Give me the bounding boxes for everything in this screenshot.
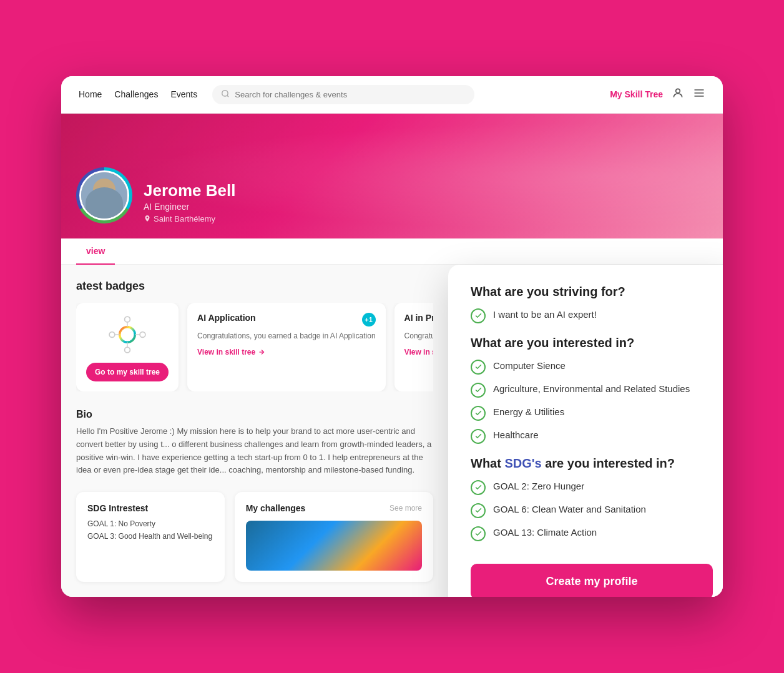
tab-view[interactable]: view bbox=[76, 238, 115, 265]
badges-row: Go to my skill tree AI Application +1 Co… bbox=[76, 303, 433, 391]
badge-header-2: AI in Practice +1 bbox=[404, 313, 433, 327]
check-icon-sdg-1 bbox=[471, 503, 486, 518]
menu-icon[interactable] bbox=[693, 87, 705, 102]
avatar-ring bbox=[76, 167, 132, 224]
left-panel: atest badges bbox=[61, 265, 448, 597]
challenges-card: My challenges See more bbox=[235, 492, 433, 582]
svg-point-0 bbox=[222, 91, 228, 96]
nav-challenges[interactable]: Challenges bbox=[114, 89, 158, 99]
sdg-card: SDG Intrestest GOAL 1: No Poverty GOAL 3… bbox=[76, 492, 225, 582]
badge-name-2: AI in Practice bbox=[404, 313, 433, 323]
svg-point-10 bbox=[120, 327, 135, 343]
bio-section: Bio Hello I'm Positive Jerome :) My miss… bbox=[76, 409, 433, 477]
badge-network-icon bbox=[105, 313, 149, 356]
interest-text-2: Energy & Utilities bbox=[493, 405, 564, 418]
nav-right: My Skill Tree bbox=[610, 87, 705, 102]
challenges-title: My challenges bbox=[246, 503, 306, 513]
sdg-question-title: What SDG's are you interested in? bbox=[471, 456, 713, 471]
bio-title: Bio bbox=[76, 409, 433, 420]
go-skill-tree-button[interactable]: Go to my skill tree bbox=[86, 363, 169, 381]
profile-setup-overlay: What are you striving for? I want to be … bbox=[448, 265, 723, 597]
badge-card-ai-practice: AI in Practice +1 Congratulations, you e… bbox=[394, 303, 433, 391]
main-content: atest badges bbox=[61, 265, 723, 597]
avatar bbox=[79, 170, 129, 220]
svg-point-2 bbox=[676, 89, 680, 93]
badge-name: AI Application bbox=[197, 313, 256, 323]
location-text: Saint Barthélemy bbox=[154, 214, 215, 224]
challenge-image bbox=[246, 521, 422, 571]
navbar: Home Challenges Events My Skill Tree bbox=[61, 76, 723, 114]
sdg-item-1: GOAL 3: Good Health and Well-being bbox=[87, 532, 213, 541]
badges-section-title: atest badges bbox=[76, 280, 433, 293]
interested-title: What are you interested in? bbox=[471, 336, 713, 350]
hero-content: Jerome Bell AI Engineer Saint Barthélemy bbox=[76, 167, 235, 224]
challenges-header: My challenges See more bbox=[246, 503, 422, 513]
view-skill-link-0[interactable]: View in skill tree bbox=[197, 348, 376, 356]
hero-info: Jerome Bell AI Engineer Saint Barthélemy bbox=[144, 181, 235, 224]
bottom-row: SDG Intrestest GOAL 1: No Poverty GOAL 3… bbox=[76, 492, 433, 582]
sdg-item-2: GOAL 13: Climate Action bbox=[471, 526, 713, 541]
nav-links: Home Challenges Events bbox=[79, 89, 197, 99]
view-skill-link-1[interactable]: View in skill tree bbox=[404, 348, 433, 356]
badge-desc: Congratulations, you earned a badge in A… bbox=[197, 332, 376, 340]
sdg-text-1: GOAL 6: Clean Water and Sanitation bbox=[493, 503, 646, 516]
search-bar bbox=[212, 85, 474, 104]
badge-desc-2: Congratulations, you earned a badge in A… bbox=[404, 332, 433, 340]
badge-skill-tree: Go to my skill tree bbox=[76, 303, 179, 391]
svg-point-9 bbox=[125, 347, 130, 353]
badge-plus: +1 bbox=[362, 313, 376, 327]
svg-line-1 bbox=[227, 96, 229, 97]
app-window: Home Challenges Events My Skill Tree bbox=[61, 76, 723, 597]
search-input[interactable] bbox=[235, 90, 466, 99]
striving-title: What are you striving for? bbox=[471, 285, 713, 299]
create-profile-button[interactable]: Create my profile bbox=[471, 564, 713, 597]
badge-header: AI Application +1 bbox=[197, 313, 376, 327]
check-icon-sdg-0 bbox=[471, 480, 486, 495]
sdg-item-0: GOAL 2: Zero Hunger bbox=[471, 479, 713, 495]
my-skill-tree-link[interactable]: My Skill Tree bbox=[610, 89, 663, 99]
sdg-card-title: SDG Intrestest bbox=[87, 503, 213, 513]
sdg-text-0: GOAL 2: Zero Hunger bbox=[493, 479, 584, 493]
see-more-link[interactable]: See more bbox=[390, 504, 422, 513]
check-icon-sdg-2 bbox=[471, 526, 486, 541]
hero-banner: Jerome Bell AI Engineer Saint Barthélemy bbox=[61, 114, 723, 238]
hero-location: Saint Barthélemy bbox=[144, 214, 235, 224]
user-icon[interactable] bbox=[672, 87, 684, 102]
nav-home[interactable]: Home bbox=[79, 89, 102, 99]
interest-text-3: Healthcare bbox=[493, 428, 539, 441]
check-icon-0 bbox=[471, 360, 486, 375]
profile-tabs: view bbox=[61, 238, 723, 265]
striving-text: I want to be an AI expert! bbox=[493, 308, 597, 321]
nav-events[interactable]: Events bbox=[170, 89, 197, 99]
search-icon bbox=[221, 89, 230, 100]
interest-item-1: Agriculture, Environmental and Related S… bbox=[471, 382, 713, 398]
interest-text-0: Computer Sience bbox=[493, 359, 566, 372]
svg-point-7 bbox=[109, 332, 115, 338]
badge-card-ai-application: AI Application +1 Congratulations, you e… bbox=[187, 303, 386, 391]
sdg-item-0: GOAL 1: No Poverty bbox=[87, 519, 213, 528]
sdg-highlight: SDG's bbox=[504, 456, 541, 470]
bio-text: Hello I'm Positive Jerome :) My mission … bbox=[76, 425, 433, 477]
svg-point-8 bbox=[140, 332, 145, 338]
check-icon-3 bbox=[471, 429, 486, 444]
check-icon-striving bbox=[471, 308, 486, 323]
check-icon-2 bbox=[471, 406, 486, 421]
sdg-item-1: GOAL 6: Clean Water and Sanitation bbox=[471, 503, 713, 518]
check-icon-1 bbox=[471, 383, 486, 398]
hero-name: Jerome Bell bbox=[144, 181, 235, 200]
interest-item-0: Computer Sience bbox=[471, 359, 713, 375]
svg-point-6 bbox=[125, 317, 130, 322]
interest-text-1: Agriculture, Environmental and Related S… bbox=[493, 382, 690, 395]
sdg-text-2: GOAL 13: Climate Action bbox=[493, 526, 597, 539]
interest-item-3: Healthcare bbox=[471, 428, 713, 444]
striving-item: I want to be an AI expert! bbox=[471, 308, 713, 323]
hero-job-title: AI Engineer bbox=[144, 202, 235, 212]
location-icon bbox=[144, 215, 151, 222]
interest-item-2: Energy & Utilities bbox=[471, 405, 713, 421]
